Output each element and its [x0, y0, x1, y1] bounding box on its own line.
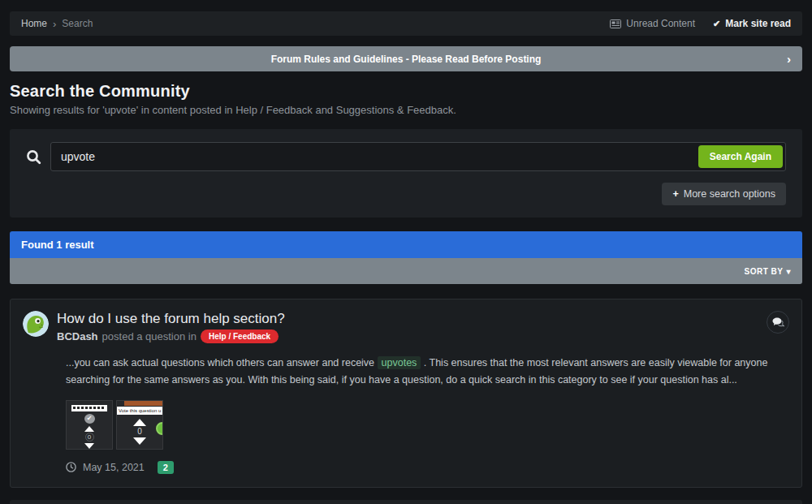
- result-snippet: ...you can ask actual questions which ot…: [66, 355, 789, 390]
- reply-count-badge[interactable]: 2: [158, 461, 174, 474]
- chevron-right-icon: ›: [787, 52, 791, 66]
- result-title-link[interactable]: How do I use the forum help section?: [57, 311, 767, 327]
- unread-content-label: Unread Content: [626, 18, 695, 29]
- caret-down-icon: ▾: [786, 267, 791, 276]
- check-icon: ✔: [713, 19, 720, 29]
- upvote-arrow-icon: [133, 419, 146, 426]
- search-again-button[interactable]: Search Again: [698, 145, 783, 168]
- breadcrumb-current: Search: [62, 18, 93, 29]
- more-search-options-button[interactable]: + More search options: [662, 183, 786, 205]
- sort-bar: SORT BY ▾: [10, 258, 802, 284]
- search-options-row: + More search options: [26, 183, 786, 205]
- result-action-text: posted a question in: [102, 330, 197, 342]
- thumbnail-2-content: 0: [117, 401, 162, 449]
- clock-icon: [66, 462, 76, 472]
- result-heading-block: How do I use the forum help section? BCD…: [57, 311, 767, 343]
- results-count-bar: Found 1 result: [10, 231, 802, 258]
- check-circle-icon: ✔: [84, 414, 95, 424]
- attachment-thumbnails: ✔ 0 Vote this question u 0: [66, 400, 789, 450]
- category-badge[interactable]: Help / Feedback: [201, 330, 279, 343]
- unread-content-link[interactable]: Unread Content: [610, 18, 695, 29]
- breadcrumb-actions: Unread Content ✔ Mark site read: [610, 18, 791, 29]
- vote-count: 0: [85, 433, 94, 442]
- thumbnail-vote-widget-1[interactable]: ✔ 0: [66, 400, 113, 450]
- downvote-arrow-icon: [84, 443, 94, 449]
- breadcrumb-bar-bottom: Home › Search Unread Content ✔ Mark site…: [10, 500, 802, 504]
- page-header: Search the Community Showing results for…: [10, 82, 802, 116]
- downvote-arrow-icon: [133, 437, 146, 445]
- avatar-sliver: [156, 422, 163, 435]
- snippet-highlight: upvotes: [378, 356, 421, 369]
- mark-site-read-label: Mark site read: [725, 18, 791, 29]
- speech-bubbles-icon: [772, 317, 784, 327]
- page-title: Search the Community: [10, 82, 802, 101]
- mark-site-read-link[interactable]: ✔ Mark site read: [713, 18, 791, 29]
- plus-icon: +: [672, 188, 678, 200]
- breadcrumb: Home › Search: [21, 18, 93, 30]
- result-author-link[interactable]: BCDash: [57, 330, 98, 342]
- sort-by-label: SORT BY: [745, 267, 784, 276]
- search-result-card: How do I use the forum help section? BCD…: [10, 299, 802, 488]
- avatar[interactable]: [23, 311, 49, 337]
- result-meta: May 15, 2021 2: [66, 461, 789, 474]
- thumbnail-vote-widget-2[interactable]: Vote this question u 0: [116, 400, 163, 450]
- forum-rules-banner-text: Forum Rules and Guidelines - Please Read…: [10, 54, 802, 65]
- newspaper-icon: [610, 19, 621, 28]
- upvote-arrow-icon: [84, 426, 94, 432]
- page-subtitle: Showing results for 'upvote' in content …: [10, 104, 802, 116]
- search-input-wrap: Search Again: [50, 142, 786, 171]
- breadcrumb-home-link[interactable]: Home: [21, 18, 47, 29]
- search-panel: Search Again + More search options: [10, 129, 802, 218]
- breadcrumb-bar-top: Home › Search Unread Content ✔ Mark site…: [10, 11, 802, 36]
- search-row: Search Again: [26, 142, 786, 171]
- chevron-right-icon: ›: [53, 18, 56, 30]
- result-date[interactable]: May 15, 2021: [83, 462, 145, 473]
- snippet-text-pre: ...you can ask actual questions which ot…: [66, 357, 378, 368]
- result-byline: BCDash posted a question in Help / Feedb…: [57, 330, 767, 343]
- sort-by-dropdown[interactable]: SORT BY ▾: [745, 267, 791, 276]
- tooltip-text-blur: [73, 407, 106, 409]
- page-container: Home › Search Unread Content ✔ Mark site…: [10, 11, 802, 504]
- more-search-options-label: More search options: [684, 188, 775, 200]
- search-icon: [26, 149, 50, 165]
- result-header: How do I use the forum help section? BCD…: [23, 311, 789, 343]
- forum-rules-banner[interactable]: Forum Rules and Guidelines - Please Read…: [10, 46, 802, 71]
- results-count-text: Found 1 result: [21, 239, 94, 251]
- search-input[interactable]: [50, 142, 786, 171]
- question-type-indicator[interactable]: [767, 311, 789, 334]
- thumbnail-1-tooltip: [71, 405, 107, 411]
- vote-count: 0: [137, 427, 142, 436]
- thumbnail-1-content: ✔ 0: [67, 401, 112, 449]
